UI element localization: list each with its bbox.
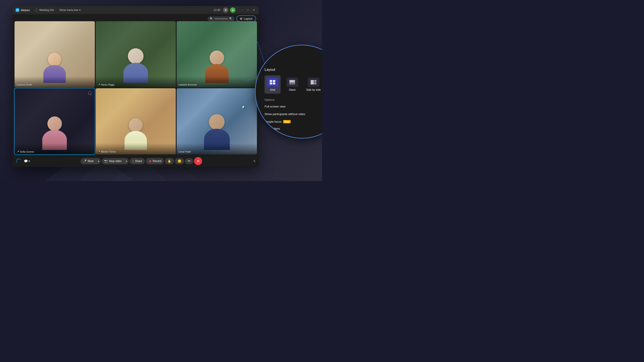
- meeting-info-button[interactable]: i Meeting info: [33, 7, 56, 12]
- record-button[interactable]: ⏺ Record: [146, 158, 164, 164]
- name-badge-marise: 🎤 Marise Torres: [98, 150, 116, 153]
- share-button[interactable]: ↑ Share: [130, 158, 145, 164]
- stop-video-button[interactable]: 📷 Stop video: [102, 158, 124, 164]
- svg-rect-6: [270, 82, 272, 84]
- maximize-button[interactable]: □: [246, 8, 250, 12]
- titlebar: Webex i Meeting info Show menu bar ▾ 12:…: [13, 6, 259, 14]
- webex-logo-icon: [16, 8, 20, 12]
- layout-button-label: Layout: [244, 17, 252, 20]
- minimize-button[interactable]: −: [240, 8, 244, 12]
- account-icon-button[interactable]: ⚙: [223, 7, 228, 13]
- svg-rect-13: [314, 80, 316, 82]
- video-cell-henry: 🎤 Henry Riggs: [96, 21, 176, 87]
- stack-layout-label: Stack: [289, 88, 296, 91]
- microphone-icon: 🎤: [83, 159, 86, 163]
- show-participants-label: Show participants without video: [264, 112, 305, 116]
- fullscreen-label: Full-screen view: [264, 105, 286, 108]
- svg-rect-14: [314, 82, 316, 84]
- name-badge-clarissa: Clarissa Smith: [16, 83, 32, 86]
- name-badge-isabelle: Isabelle Brennan: [178, 83, 197, 86]
- beta-badge: Beta: [283, 120, 291, 123]
- layout-button[interactable]: ⊞ Layout: [236, 15, 256, 22]
- names-in-videos-option-row: es in videos: [264, 127, 322, 130]
- chat-button[interactable]: 💬 ▾: [23, 158, 31, 164]
- layout-grid-icon: ⊞: [240, 17, 242, 20]
- meeting-info-label: Meeting info: [39, 8, 54, 12]
- svg-rect-11: [294, 83, 295, 84]
- raise-hand-button[interactable]: ✋: [165, 158, 174, 164]
- layout-option-side-by-side[interactable]: Side by side: [304, 75, 322, 94]
- show-participants-option-row: Show participants without video: [264, 112, 322, 116]
- stop-video-label: Stop video: [109, 160, 122, 163]
- stack-layout-icon: [286, 77, 298, 87]
- umar-name: Umar Patel: [178, 150, 191, 153]
- mute-button[interactable]: 🎤 Mute: [80, 158, 96, 164]
- side-by-side-layout-icon: [308, 77, 319, 87]
- webex-logo-text: Webex: [21, 8, 30, 12]
- video-cell-umar: Umar Patel: [177, 88, 257, 154]
- layout-panel-content: Layout Grid: [264, 68, 322, 133]
- sofia-name: Sofia Gomez: [20, 150, 34, 153]
- stop-video-button-group: 📷 Stop video ▾: [102, 158, 129, 164]
- muted-icon-henry: 🎤: [98, 84, 100, 86]
- loading-indicator: [16, 159, 21, 164]
- toolbar-center: 🎤 Mute ▾ 📷 Stop video ▾ ↑ Share ⏺: [80, 157, 202, 165]
- grid-layout-icon: [267, 77, 278, 87]
- end-call-button[interactable]: ✕: [194, 157, 202, 165]
- video-grid: Clarissa Smith 🎤 Henry Riggs: [14, 21, 257, 154]
- name-badge-umar: Umar Patel: [178, 150, 191, 153]
- chevron-down-icon: ▾: [79, 8, 80, 12]
- show-menu-button[interactable]: Show menu bar ▾: [60, 8, 80, 12]
- layout-option-stack[interactable]: Stack: [284, 75, 300, 94]
- search-icon: 🔍: [210, 17, 213, 20]
- options-section-title: Options: [264, 98, 322, 101]
- svg-rect-8: [289, 80, 295, 83]
- svg-rect-7: [273, 82, 275, 84]
- content-topbar: 🔍 🔍 ⊞ Layout: [208, 14, 256, 23]
- chevron-icon: ▾: [28, 159, 30, 163]
- chat-icon: 💬: [24, 159, 28, 163]
- more-button[interactable]: •••: [185, 158, 193, 164]
- title-icons: ⚙ ●: [223, 7, 236, 13]
- toolbar-left: 💬 ▾: [16, 158, 31, 164]
- mute-label: Mute: [88, 160, 94, 163]
- status-icon-button[interactable]: ●: [230, 7, 236, 13]
- people-focus-label: People focus Beta: [264, 120, 291, 123]
- window-controls: − □ ✕: [240, 8, 256, 12]
- layout-options: Grid Stack: [264, 75, 322, 94]
- meeting-info-icon: i: [35, 8, 38, 12]
- names-in-videos-label: es in videos: [264, 127, 280, 130]
- more-icon: •••: [188, 160, 190, 163]
- svg-rect-4: [270, 80, 272, 82]
- share-icon: ↑: [132, 159, 134, 163]
- mic-icon-sofia: 🎤: [16, 151, 19, 153]
- zoom-in-icon: 🔍: [229, 17, 232, 20]
- video-cell-isabelle: Isabelle Brennan: [177, 21, 257, 87]
- clarissa-name: Clarissa Smith: [16, 83, 32, 86]
- end-call-icon: ✕: [197, 159, 200, 163]
- titlebar-left: Webex i Meeting info Show menu bar ▾: [16, 7, 80, 12]
- bottom-toolbar: 💬 ▾ 🎤 Mute ▾ 📷 Stop video ▾: [13, 155, 259, 167]
- name-badge-sofia: 🎤 Sofia Gomez: [16, 150, 34, 153]
- video-icon: 📷: [104, 159, 108, 163]
- layout-option-grid[interactable]: Grid: [264, 75, 281, 94]
- close-button[interactable]: ✕: [252, 8, 256, 12]
- henry-name: Henry Riggs: [101, 83, 115, 86]
- zoom-slider[interactable]: [214, 18, 228, 19]
- titlebar-right: 12:40 ⚙ ● − □ ✕: [214, 7, 256, 13]
- layout-panel-title: Layout: [264, 68, 322, 72]
- show-menu-label: Show menu bar: [60, 8, 78, 12]
- mute-button-group: 🎤 Mute ▾: [80, 158, 101, 164]
- isabelle-name: Isabelle Brennan: [178, 83, 197, 86]
- webex-logo[interactable]: Webex: [16, 8, 30, 12]
- svg-rect-5: [273, 80, 275, 82]
- reactions-button[interactable]: 😊: [175, 158, 184, 164]
- video-dropdown-arrow[interactable]: ▾: [124, 159, 129, 164]
- mute-dropdown-arrow[interactable]: ▾: [96, 159, 101, 164]
- search-bar[interactable]: 🔍 🔍: [208, 16, 234, 21]
- participants-count: 5: [254, 160, 255, 163]
- share-label: Share: [135, 160, 142, 163]
- side-by-side-layout-label: Side by side: [306, 88, 321, 91]
- video-cell-marise: 🎤 Marise Torres: [96, 88, 176, 154]
- video-cell-sofia: 🎧 🎤 Sofia Gomez: [14, 88, 95, 154]
